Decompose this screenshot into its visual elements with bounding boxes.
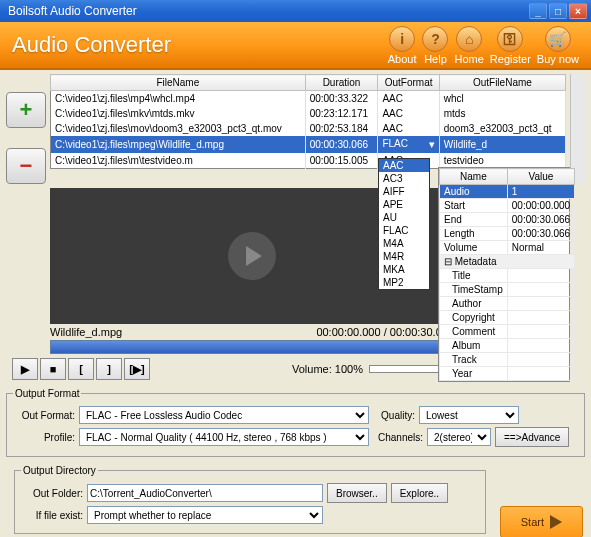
if-exist-select[interactable]: Prompt whether to replace (87, 506, 323, 524)
header-buy-now-button[interactable]: 🛒Buy now (537, 26, 579, 65)
prop-row[interactable]: Comment (440, 325, 575, 339)
prop-row[interactable]: End00:00:30.066 (440, 213, 575, 227)
dropdown-option[interactable]: AU (379, 211, 429, 224)
table-row[interactable]: C:\video1\zj.files\mov\doom3_e32003_pct3… (51, 121, 566, 136)
out-format-label: Out Format: (13, 410, 75, 421)
home-icon: ⌂ (456, 26, 482, 52)
table-row[interactable]: C:\video1\zj.files\mkv\mtds.mkv00:23:12.… (51, 106, 566, 121)
output-format-group: Output Format Out Format: FLAC - Free Lo… (6, 388, 585, 457)
prop-row[interactable]: Year (440, 367, 575, 381)
prop-row[interactable]: Start00:00:00.000 (440, 199, 575, 213)
col-outformat[interactable]: OutFormat (378, 75, 439, 91)
col-duration[interactable]: Duration (305, 75, 378, 91)
mark-out-button[interactable]: ] (96, 358, 122, 380)
table-row[interactable]: C:\video1\zj.files\mp4\whcl.mp400:00:33.… (51, 91, 566, 107)
table-row[interactable]: C:\video1\zj.files\mpeg\Wildlife_d.mpg00… (51, 136, 566, 153)
add-file-button[interactable]: + (6, 92, 46, 128)
header-register-button[interactable]: ⚿Register (490, 26, 531, 65)
channels-label: Channels: (373, 432, 423, 443)
titlebar: Boilsoft Audio Converter _ □ × (0, 0, 591, 22)
dropdown-option[interactable]: M4R (379, 250, 429, 263)
explore-button[interactable]: Explore.. (391, 483, 448, 503)
register-icon: ⚿ (497, 26, 523, 52)
out-folder-input[interactable] (87, 484, 323, 502)
seek-slider[interactable] (50, 340, 454, 354)
stop-button[interactable]: ■ (40, 358, 66, 380)
browse-button[interactable]: Browser.. (327, 483, 387, 503)
maximize-button[interactable]: □ (549, 3, 567, 19)
preview-time: 00:00:00.000 / 00:00:30.066 (316, 326, 454, 338)
dropdown-option[interactable]: APE (379, 198, 429, 211)
if-exist-label: If file exist: (21, 510, 83, 521)
help-icon: ? (422, 26, 448, 52)
prop-row[interactable]: Track (440, 353, 575, 367)
prop-col-value: Value (507, 169, 574, 185)
prop-row[interactable]: Length00:00:30.066 (440, 227, 575, 241)
preview-filename: Wildlife_d.mpg (50, 326, 122, 338)
col-filename[interactable]: FileName (51, 75, 306, 91)
play-button[interactable]: ▶ (12, 358, 38, 380)
dropdown-option[interactable]: FLAC (379, 224, 429, 237)
volume-label: Volume: 100% (292, 363, 363, 375)
profile-label: Profile: (13, 432, 75, 443)
prop-row[interactable]: Title (440, 269, 575, 283)
buy now-icon: 🛒 (545, 26, 571, 52)
dropdown-option[interactable]: AIFF (379, 185, 429, 198)
prop-row[interactable]: Album (440, 339, 575, 353)
about-icon: i (389, 26, 415, 52)
remove-file-button[interactable]: − (6, 148, 46, 184)
header-about-button[interactable]: iAbout (388, 26, 417, 65)
advance-button[interactable]: ==>Advance (495, 427, 569, 447)
out-format-select[interactable]: FLAC - Free Lossless Audio Codec (79, 406, 369, 424)
output-dir-group: Output Directory Out Folder: Browser.. E… (14, 465, 486, 534)
format-cell-dropdown[interactable]: FLAC ▾ (378, 136, 439, 153)
header-help-button[interactable]: ?Help (422, 26, 448, 65)
quality-label: Quality: (373, 410, 415, 421)
output-format-legend: Output Format (13, 388, 81, 399)
quality-select[interactable]: Lowest (419, 406, 519, 424)
dropdown-option[interactable]: MKA (379, 263, 429, 276)
next-mark-button[interactable]: [▶] (124, 358, 150, 380)
window-title: Boilsoft Audio Converter (4, 4, 529, 18)
dropdown-option[interactable]: AC3 (379, 172, 429, 185)
dropdown-option[interactable]: MP2 (379, 276, 429, 289)
start-button[interactable]: Start (500, 506, 583, 537)
dropdown-option[interactable]: AAC (379, 159, 429, 172)
prop-row[interactable]: Author (440, 297, 575, 311)
output-dir-legend: Output Directory (21, 465, 98, 476)
close-button[interactable]: × (569, 3, 587, 19)
minimize-button[interactable]: _ (529, 3, 547, 19)
prop-row[interactable]: Audio1 (440, 185, 575, 199)
prop-col-name: Name (440, 169, 508, 185)
metadata-group[interactable]: ⊟ Metadata (440, 255, 575, 269)
col-outfilename[interactable]: OutFileName (439, 75, 565, 91)
header-home-button[interactable]: ⌂Home (454, 26, 483, 65)
file-table[interactable]: FileNameDurationOutFormatOutFileName C:\… (50, 74, 566, 169)
channels-select[interactable]: 2(stereo) (427, 428, 491, 446)
app-header: Audio Converter iAbout?Help⌂Home⚿Registe… (0, 22, 591, 70)
out-folder-label: Out Folder: (21, 488, 83, 499)
prop-row[interactable]: VolumeNormal (440, 241, 575, 255)
play-overlay-icon[interactable] (228, 232, 276, 280)
app-title: Audio Converter (12, 32, 388, 58)
prop-row[interactable]: TimeStamp (440, 283, 575, 297)
prop-row[interactable]: Copyright (440, 311, 575, 325)
profile-select[interactable]: FLAC - Normal Quality ( 44100 Hz, stereo… (79, 428, 369, 446)
mark-in-button[interactable]: [ (68, 358, 94, 380)
dropdown-option[interactable]: M4A (379, 237, 429, 250)
format-dropdown-list[interactable]: AACAC3AIFFAPEAUFLACM4AM4RMKAMP2 (378, 158, 430, 290)
properties-panel: Name Value Audio1Start00:00:00.000End00:… (438, 167, 570, 382)
